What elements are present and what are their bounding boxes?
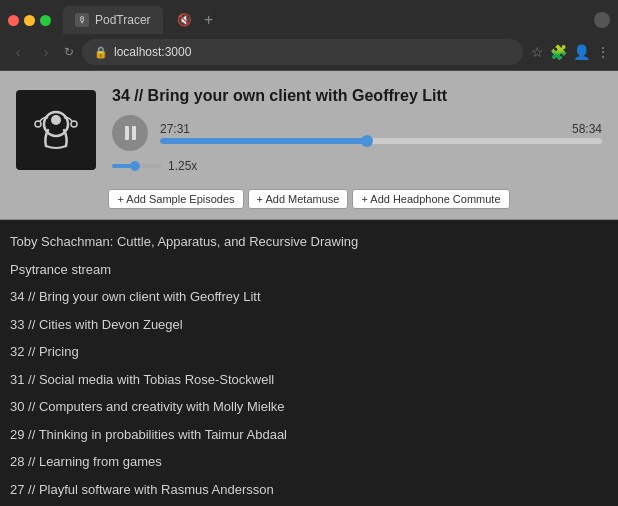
episode-item[interactable]: 33 // Cities with Devon Zuegel [10, 311, 608, 339]
bookmark-button[interactable]: ☆ [531, 44, 544, 60]
refresh-button[interactable]: ↻ [64, 45, 74, 59]
episode-item[interactable]: 34 // Bring your own client with Geoffre… [10, 283, 608, 311]
time-current: 27:31 [160, 122, 190, 136]
add-sample-episodes-button[interactable]: + Add Sample Episodes [108, 189, 243, 209]
svg-point-2 [35, 121, 41, 127]
speed-label: 1.25x [168, 159, 197, 173]
minimize-window-button[interactable] [24, 15, 35, 26]
menu-button[interactable]: ⋮ [596, 44, 610, 60]
progress-track[interactable] [160, 138, 602, 144]
extensions-button[interactable]: 🧩 [550, 44, 567, 60]
episode-item[interactable]: 32 // Pricing [10, 338, 608, 366]
progress-container: 27:31 58:34 [160, 122, 602, 144]
url-bar[interactable]: 🔒 localhost:3000 [82, 39, 523, 65]
lock-icon: 🔒 [94, 46, 108, 59]
pause-bar-right [132, 126, 136, 140]
address-bar: ‹ › ↻ 🔒 localhost:3000 ☆ 🧩 👤 ⋮ [0, 34, 618, 70]
episode-item[interactable]: 29 // Thinking in probabilities with Tai… [10, 421, 608, 449]
pause-button[interactable] [112, 115, 148, 151]
window-setting-icon [594, 12, 610, 28]
add-metamuse-button[interactable]: + Add Metamuse [248, 189, 349, 209]
svg-point-1 [51, 115, 61, 125]
episode-list: Toby Schachman: Cuttle, Apparatus, and R… [0, 220, 618, 506]
mute-tab-button[interactable]: 🔇 [175, 11, 194, 29]
tab-title: PodTracer [95, 13, 151, 27]
episode-item[interactable]: 30 // Computers and creativity with Moll… [10, 393, 608, 421]
new-tab-button[interactable]: + [198, 9, 220, 31]
progress-times: 27:31 58:34 [160, 122, 602, 136]
podcast-icon [28, 102, 84, 158]
player-info: 34 // Bring your own client with Geoffre… [112, 87, 602, 173]
episode-item[interactable]: 31 // Social media with Tobias Rose-Stoc… [10, 366, 608, 394]
traffic-lights [8, 15, 51, 26]
forward-button[interactable]: › [36, 44, 56, 60]
url-text: localhost:3000 [114, 45, 191, 59]
progress-thumb [361, 135, 373, 147]
player-title: 34 // Bring your own client with Geoffre… [112, 87, 602, 105]
speed-control: 1.25x [112, 159, 602, 173]
speed-fill [112, 164, 132, 168]
pause-icon [125, 126, 136, 140]
progress-fill [160, 138, 368, 144]
speed-track[interactable] [112, 164, 162, 168]
time-total: 58:34 [572, 122, 602, 136]
svg-point-3 [71, 121, 77, 127]
address-actions: ☆ 🧩 👤 ⋮ [531, 44, 610, 60]
episode-item[interactable]: 27 // Playful software with Rasmus Ander… [10, 476, 608, 504]
browser-chrome: 🎙 PodTracer 🔇 + ‹ › ↻ 🔒 localhost:3000 ☆… [0, 0, 618, 71]
episode-item[interactable]: 28 // Learning from games [10, 448, 608, 476]
active-tab[interactable]: 🎙 PodTracer [63, 6, 163, 34]
speed-thumb [130, 161, 140, 171]
back-button[interactable]: ‹ [8, 44, 28, 60]
add-buttons-row: + Add Sample Episodes + Add Metamuse + A… [0, 189, 618, 220]
pause-bar-left [125, 126, 129, 140]
add-headphone-commute-button[interactable]: + Add Headphone Commute [352, 189, 509, 209]
player-controls: 27:31 58:34 [112, 115, 602, 151]
close-window-button[interactable] [8, 15, 19, 26]
fullscreen-window-button[interactable] [40, 15, 51, 26]
tab-bar: 🎙 PodTracer 🔇 + [0, 0, 618, 34]
tab-favicon: 🎙 [75, 13, 89, 27]
profile-button[interactable]: 👤 [573, 44, 590, 60]
episode-item[interactable]: Psytrance stream [10, 256, 608, 284]
episode-item[interactable]: Toby Schachman: Cuttle, Apparatus, and R… [10, 228, 608, 256]
tab-controls: 🔇 + [175, 9, 220, 31]
player-section: 34 // Bring your own client with Geoffre… [0, 71, 618, 189]
album-art [16, 90, 96, 170]
